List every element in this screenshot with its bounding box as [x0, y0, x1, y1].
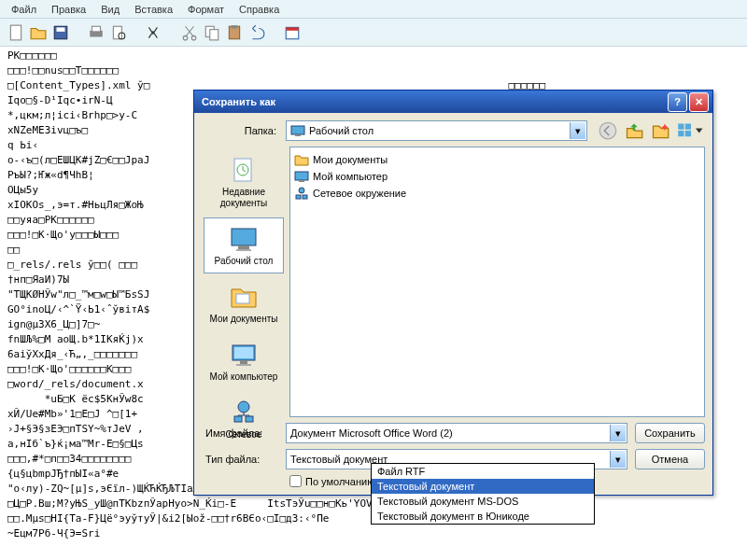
network-sm-icon: [294, 186, 309, 201]
default-label: По умолчанию: [305, 476, 374, 487]
svg-point-17: [599, 122, 616, 139]
chevron-down-icon[interactable]: ▾: [610, 451, 626, 468]
folder-icon: [294, 152, 309, 167]
file-label: Мои документы: [313, 154, 388, 165]
file-item[interactable]: Сетевое окружение: [294, 185, 700, 202]
dropdown-item[interactable]: Текстовый документ в Юникоде: [372, 509, 594, 524]
place-computer[interactable]: Мой компьютер: [204, 333, 284, 389]
place-label: Рабочий стол: [215, 256, 274, 267]
svg-rect-30: [240, 360, 247, 364]
cancel-button[interactable]: Отмена: [635, 449, 705, 469]
preview-icon[interactable]: [110, 24, 127, 41]
default-checkbox[interactable]: [289, 475, 302, 487]
file-list[interactable]: Мои документыМой компьютерСетевое окруже…: [289, 147, 705, 417]
dialog-titlebar[interactable]: Сохранить как ? ✕: [194, 91, 712, 113]
svg-rect-10: [210, 29, 218, 39]
desktop-icon: [290, 123, 305, 138]
svg-rect-35: [295, 172, 308, 180]
svg-rect-33: [234, 416, 242, 422]
dropdown-item[interactable]: Текстовый документ: [372, 479, 594, 494]
back-icon[interactable]: [599, 121, 617, 140]
menu-edit[interactable]: Правка: [44, 2, 93, 17]
filename-label: Имя файла:: [202, 427, 286, 439]
svg-rect-16: [295, 134, 301, 136]
desktop-icon: [229, 224, 259, 254]
svg-rect-20: [678, 131, 684, 136]
svg-rect-29: [234, 347, 253, 358]
chevron-down-icon[interactable]: ▾: [570, 122, 585, 139]
place-desktop[interactable]: Рабочий стол: [204, 217, 284, 273]
svg-rect-31: [236, 364, 251, 366]
filetype-label: Тип файла:: [202, 454, 286, 465]
views-icon[interactable]: [677, 121, 705, 140]
svg-rect-19: [685, 124, 691, 130]
svg-rect-14: [286, 27, 299, 30]
svg-rect-27: [236, 294, 249, 303]
svg-rect-39: [303, 195, 307, 199]
filename-combo[interactable]: Документ Microsoft Office Word (2) ▾: [286, 423, 627, 443]
folder-label: Папка:: [202, 125, 286, 136]
svg-rect-36: [299, 180, 304, 182]
find-icon[interactable]: [146, 24, 162, 41]
paste-icon[interactable]: [226, 24, 243, 41]
menu-file[interactable]: Файл: [4, 2, 44, 17]
svg-rect-24: [232, 229, 256, 245]
datetime-icon[interactable]: [284, 24, 301, 41]
svg-rect-38: [296, 195, 301, 199]
svg-point-37: [299, 188, 304, 193]
recent-icon: [229, 155, 259, 185]
svg-rect-12: [232, 25, 238, 28]
svg-rect-18: [678, 124, 684, 130]
menu-help[interactable]: Справка: [232, 2, 287, 17]
computer-sm-icon: [294, 169, 309, 184]
place-label: Мой компьютер: [210, 371, 278, 383]
filetype-dropdown[interactable]: Файл RTFТекстовый документТекстовый доку…: [371, 463, 595, 525]
file-item[interactable]: Мои документы: [294, 151, 700, 168]
menu-view[interactable]: Вид: [93, 2, 127, 17]
cut-icon[interactable]: [181, 24, 198, 41]
menu-insert[interactable]: Вставка: [127, 2, 180, 17]
svg-point-32: [238, 401, 249, 413]
places-bar: Недавние документыРабочий столМои докуме…: [202, 147, 286, 417]
svg-rect-26: [236, 249, 251, 251]
toolbar: [0, 19, 747, 47]
save-button[interactable]: Сохранить: [635, 423, 705, 443]
new-icon[interactable]: [7, 24, 24, 41]
close-button[interactable]: ✕: [689, 92, 709, 112]
save-icon[interactable]: [52, 24, 69, 41]
docs-icon: [229, 282, 259, 312]
up-icon[interactable]: [625, 121, 643, 140]
file-item[interactable]: Мой компьютер: [294, 168, 700, 185]
place-label: Недавние документы: [206, 187, 281, 209]
save-as-dialog: Сохранить как ? ✕ Папка: Рабочий стол ▾ …: [193, 90, 713, 496]
undo-icon[interactable]: [248, 24, 265, 41]
svg-rect-21: [685, 131, 691, 136]
computer-icon: [229, 340, 259, 370]
file-label: Мой компьютер: [313, 171, 388, 182]
svg-rect-2: [57, 27, 65, 32]
folder-value: Рабочий стол: [309, 125, 583, 136]
svg-rect-34: [246, 416, 253, 422]
open-icon[interactable]: [30, 24, 47, 41]
svg-rect-25: [238, 245, 249, 249]
place-label: Мои документы: [210, 314, 278, 325]
dropdown-item[interactable]: Текстовый документ MS-DOS: [372, 494, 594, 509]
svg-rect-0: [10, 25, 21, 40]
svg-rect-4: [92, 26, 101, 32]
dropdown-item[interactable]: Файл RTF: [372, 464, 594, 479]
folder-combo[interactable]: Рабочий стол ▾: [286, 120, 587, 141]
menubar: Файл Правка Вид Вставка Формат Справка: [0, 0, 747, 19]
place-recent[interactable]: Недавние документы: [204, 148, 284, 216]
svg-rect-15: [291, 126, 304, 134]
filename-value: Документ Microsoft Office Word (2): [290, 427, 623, 439]
print-icon[interactable]: [88, 24, 105, 41]
copy-icon[interactable]: [204, 24, 220, 41]
chevron-down-icon[interactable]: ▾: [610, 425, 626, 441]
file-label: Сетевое окружение: [313, 188, 406, 199]
menu-format[interactable]: Формат: [180, 2, 232, 17]
place-docs[interactable]: Мои документы: [204, 275, 284, 331]
newfolder-icon[interactable]: [651, 121, 669, 140]
help-button[interactable]: ?: [668, 92, 687, 112]
dialog-title: Сохранить как: [198, 96, 666, 107]
